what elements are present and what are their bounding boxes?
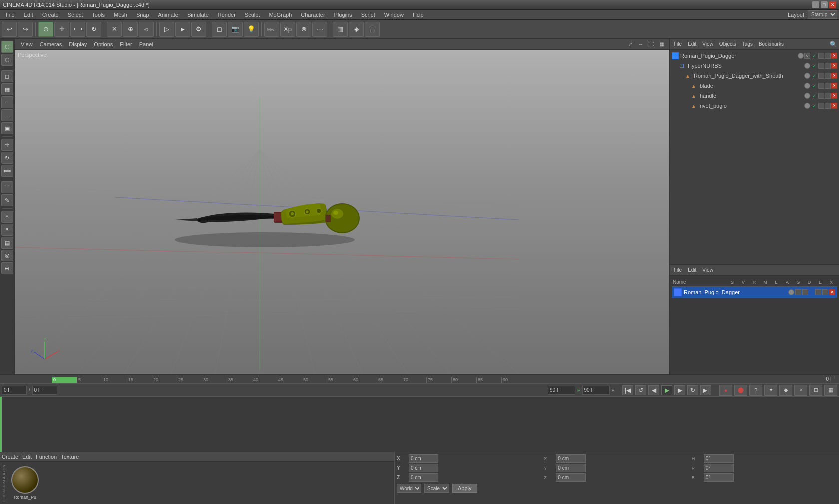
- end-frame-end-input[interactable]: [582, 386, 610, 395]
- left-tool-model-mode[interactable]: ◻: [1, 70, 13, 82]
- redo-button[interactable]: ↪: [18, 22, 33, 37]
- mat-menu-edit[interactable]: Edit: [22, 454, 32, 460]
- tree-ctrl-sq2[interactable]: [825, 53, 831, 59]
- boole-button[interactable]: ⊗: [296, 22, 311, 37]
- menu-tools[interactable]: Tools: [88, 11, 109, 19]
- menu-file[interactable]: File: [2, 11, 19, 19]
- tree-ctrl-sq1-4[interactable]: [818, 93, 824, 99]
- coord-sz-val[interactable]: [556, 473, 586, 482]
- tree-item-handle[interactable]: ▲ handle ✓ ✕: [670, 91, 839, 101]
- timeline-icon-motion[interactable]: ⊞: [809, 385, 822, 396]
- left-tool-polygon-mode[interactable]: ▣: [1, 122, 13, 134]
- end-frame-start-input[interactable]: [548, 386, 575, 395]
- next-frame-button[interactable]: ↻: [687, 385, 698, 395]
- vp-menu-filter[interactable]: Filter: [117, 40, 135, 48]
- tree-ctrl-sq2-5[interactable]: [825, 103, 831, 109]
- tree-ctrl-x-1[interactable]: ✕: [831, 63, 837, 69]
- keyframe-area[interactable]: [0, 397, 839, 452]
- timeline-icon-key2[interactable]: ◆: [779, 385, 792, 396]
- tree-ctrl-x-5[interactable]: ✕: [831, 103, 837, 109]
- attr-menu-edit[interactable]: Edit: [686, 266, 698, 274]
- tree-ctrl-dot-5[interactable]: [804, 103, 810, 109]
- attr-ctrl-sq2[interactable]: [802, 289, 808, 295]
- render-region-button[interactable]: ▸: [175, 22, 190, 37]
- tree-ctrl-x-3[interactable]: ✕: [831, 83, 837, 89]
- left-tool-b[interactable]: B: [1, 224, 13, 236]
- vp-menu-display[interactable]: Display: [66, 40, 90, 48]
- menu-mesh[interactable]: Mesh: [110, 11, 131, 19]
- tree-ctrl-dot-4[interactable]: [804, 93, 810, 99]
- start-frame-input[interactable]: [2, 386, 27, 395]
- coord-scale-dropdown[interactable]: Scale: [424, 484, 449, 493]
- tree-ctrl-v[interactable]: V: [804, 53, 810, 59]
- om-menu-edit[interactable]: Edit: [686, 40, 698, 48]
- vp-menu-view[interactable]: View: [18, 40, 36, 48]
- undo-button[interactable]: ↩: [2, 22, 17, 37]
- camera-button[interactable]: 📷: [228, 22, 243, 37]
- tree-ctrl-x-2[interactable]: ✕: [831, 73, 837, 79]
- go-end-button[interactable]: ▶|: [700, 385, 711, 395]
- tree-ctrl-x-4[interactable]: ✕: [831, 93, 837, 99]
- vp-icon-2[interactable]: ↔: [636, 40, 645, 49]
- edge-mode-button[interactable]: ⊕: [123, 22, 138, 37]
- tree-ctrl-dot[interactable]: [798, 53, 804, 59]
- coord-h-val[interactable]: [704, 454, 734, 463]
- tree-ctrl-sq2-3[interactable]: [825, 83, 831, 89]
- tree-item-roman-pugio-dagger[interactable]: Roman_Pugio_Dagger V ✓ ✕: [670, 51, 839, 61]
- timeline-icon-grid[interactable]: ▦: [824, 385, 837, 396]
- left-tool-2[interactable]: ⬡: [1, 54, 13, 66]
- close-button[interactable]: ✕: [829, 1, 836, 8]
- menu-help[interactable]: Help: [409, 11, 428, 19]
- menu-select[interactable]: Select: [64, 11, 87, 19]
- om-menu-bookmarks[interactable]: Bookmarks: [757, 40, 786, 48]
- attr-menu-view[interactable]: View: [700, 266, 715, 274]
- tree-ctrl-dot-2[interactable]: [804, 73, 810, 79]
- left-tool-c[interactable]: ▤: [1, 237, 13, 249]
- tree-ctrl-sq1[interactable]: [818, 53, 824, 59]
- tree-item-rivet-pugio[interactable]: ▲ rivet_pugio ✓ ✕: [670, 101, 839, 111]
- left-tool-move[interactable]: ✛: [1, 139, 13, 151]
- autokey-button[interactable]: ⬤: [734, 385, 747, 396]
- light-button[interactable]: 💡: [244, 22, 259, 37]
- vp-menu-options[interactable]: Options: [91, 40, 116, 48]
- viewport-canvas[interactable]: Perspective: [15, 50, 669, 374]
- tree-ctrl-sq2-1[interactable]: [825, 63, 831, 69]
- headphone-button[interactable]: 🎧: [365, 22, 380, 37]
- coord-z-pos[interactable]: [409, 473, 438, 482]
- menu-animate[interactable]: Animate: [154, 11, 182, 19]
- coord-sy-val[interactable]: [556, 464, 586, 472]
- attr-menu-file[interactable]: File: [672, 266, 684, 274]
- menu-window[interactable]: Window: [380, 11, 408, 19]
- menu-mograph[interactable]: MoGraph: [265, 11, 296, 19]
- timeline-icon-key[interactable]: ✦: [764, 385, 777, 396]
- om-menu-file[interactable]: File: [672, 40, 684, 48]
- scale-tool-button[interactable]: ⟷: [70, 22, 85, 37]
- coord-sx-val[interactable]: [556, 454, 586, 463]
- cloner-button[interactable]: ⋯: [312, 22, 327, 37]
- tree-ctrl-dot-1[interactable]: [804, 63, 810, 69]
- coord-y-pos[interactable]: [409, 464, 438, 472]
- left-tool-scale[interactable]: ⟺: [1, 165, 13, 177]
- mat-menu-texture[interactable]: Texture: [61, 454, 79, 460]
- attr-ctrl-sq4[interactable]: [822, 289, 828, 295]
- left-tool-texture-mode[interactable]: ▦: [1, 83, 13, 95]
- timeline-icon-help[interactable]: ?: [749, 385, 762, 396]
- om-menu-tags[interactable]: Tags: [740, 40, 755, 48]
- coord-p-val[interactable]: [704, 464, 734, 472]
- tree-item-with-sheath[interactable]: ▲ Roman_Pugio_Dagger_with_Sheath ✓ ✕: [670, 71, 839, 81]
- tree-ctrl-sq1-3[interactable]: [818, 83, 824, 89]
- mat-menu-create[interactable]: Create: [2, 454, 18, 460]
- vp-icon-layout[interactable]: ▦: [657, 40, 666, 49]
- left-tool-edge-mode[interactable]: ―: [1, 109, 13, 121]
- live-selection-button[interactable]: ⊙: [38, 22, 53, 37]
- material-item-roman-pu[interactable]: Roman_Pu: [11, 466, 39, 500]
- attr-ctrl-sq1[interactable]: [795, 289, 801, 295]
- polygon-mode-button[interactable]: ✕: [107, 22, 122, 37]
- menu-character[interactable]: Character: [297, 11, 329, 19]
- prev-frame-button[interactable]: ↺: [635, 385, 646, 395]
- minimize-button[interactable]: ─: [812, 1, 819, 8]
- tree-ctrl-sq1-5[interactable]: [818, 103, 824, 109]
- om-menu-objects[interactable]: Objects: [717, 40, 738, 48]
- render-settings-button[interactable]: ⚙: [191, 22, 206, 37]
- current-frame-input[interactable]: [32, 386, 57, 395]
